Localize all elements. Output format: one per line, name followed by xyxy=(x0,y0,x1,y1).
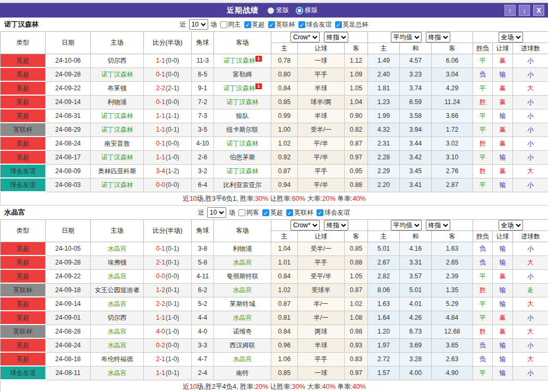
handicap-odds-home: 0.87 xyxy=(271,297,298,311)
avg-odds-draw: 3.58 xyxy=(400,109,432,123)
league-checkbox[interactable]: ✓英足总杯 xyxy=(335,20,369,29)
avg-odds-home: 1.81 xyxy=(368,81,400,95)
table-row: 英超24-08-31诺丁汉森林1-1(1-1)7-3狼队0.99半球0.901.… xyxy=(1,109,548,123)
result-outcome: 负 xyxy=(473,255,493,269)
period-select[interactable]: 全场 xyxy=(499,32,523,42)
column-header: 日期 xyxy=(46,32,91,54)
team-label: 女王公园巡游者 xyxy=(95,286,140,294)
match-date: 24-08-17 xyxy=(46,150,91,164)
result-outcome: 平 xyxy=(473,366,493,380)
match-type-badge: 英超 xyxy=(1,81,46,95)
checked-checkbox-icon[interactable]: ✓ xyxy=(262,209,269,216)
layout-option-horizontal[interactable]: 横版 xyxy=(296,6,318,15)
red-card-badge: 1 xyxy=(255,83,261,89)
avg-odds-home: 8.06 xyxy=(368,283,400,297)
final-odds-select[interactable]: 终指 xyxy=(324,220,348,231)
handicap-line: 一球 xyxy=(298,54,345,68)
unchecked-checkbox-icon[interactable] xyxy=(238,209,245,216)
bookmaker-select[interactable]: Crow* xyxy=(290,32,320,42)
halftime-score: (0-1) xyxy=(166,300,179,308)
league-checkbox[interactable]: ✓英超 xyxy=(244,20,265,29)
page: 近期战绩 竖版 横版 ↑ ↓ X 诺丁汉森林近10场同主✓英超✓英联杯✓球会友谊… xyxy=(0,0,548,392)
radio-unselected-icon[interactable] xyxy=(296,7,303,14)
radio-selected-icon[interactable] xyxy=(268,7,274,14)
score: 2-1(0-1) xyxy=(144,255,192,269)
match-type-badge: 英超 xyxy=(1,297,46,311)
score: 1-1(1-0) xyxy=(144,150,192,164)
sub-column-header: 和 xyxy=(400,43,432,54)
league-checkbox[interactable]: ✓英超 xyxy=(262,208,283,217)
team-label: 诺丁汉森林 xyxy=(227,167,259,175)
handicap-odds-away: 0.98 xyxy=(345,325,368,338)
home-team: 诺丁汉森林 xyxy=(91,67,144,81)
summary-segment: 大率: xyxy=(305,195,322,202)
column-header: 比分(半场) xyxy=(144,32,192,54)
match-count-select[interactable]: 10 xyxy=(189,19,208,30)
match-date: 24-10-05 xyxy=(46,242,91,256)
unchecked-checkbox-icon[interactable] xyxy=(220,21,227,28)
handicap-odds-away: 1.04 xyxy=(345,95,368,109)
bookmaker-select[interactable]: Crow* xyxy=(290,220,320,231)
result-goals: 小 xyxy=(513,338,548,352)
checked-checkbox-icon[interactable]: ✓ xyxy=(298,21,305,28)
close-button[interactable]: X xyxy=(533,5,544,16)
checkbox-label: 英联杯 xyxy=(294,208,313,217)
fulltime-score: 1-2 xyxy=(156,286,165,294)
handicap-odds-away: 0.97 xyxy=(345,366,368,380)
match-date: 24-08-24 xyxy=(46,338,91,352)
home-team: 埃弗顿 xyxy=(91,255,144,269)
result-goals: 小 xyxy=(513,311,548,325)
league-checkbox[interactable]: ✓球会友谊 xyxy=(316,208,350,217)
period-select[interactable]: 全场 xyxy=(499,220,523,231)
corner-score: 3-3 xyxy=(192,338,214,352)
league-checkbox[interactable]: ✓球会友谊 xyxy=(298,20,332,29)
final-odds-select[interactable]: 终指 xyxy=(426,32,450,42)
same-side-checkbox[interactable]: 同客 xyxy=(238,208,259,217)
table-row: 英超24-08-24南安普敦0-1(0-0)4-10诺丁汉森林1.02平/半0.… xyxy=(1,137,548,150)
result-outcome: 平 xyxy=(473,178,493,192)
score: 1-1(0-0) xyxy=(144,54,192,68)
match-count-select[interactable]: 10 xyxy=(207,207,226,218)
score: 4-0(1-0) xyxy=(144,325,192,338)
fulltime-score: 0-0 xyxy=(156,272,165,280)
halftime-score: (0-1) xyxy=(166,259,179,266)
scroll-up-button[interactable]: ↑ xyxy=(504,5,516,16)
corner-score: 5-2 xyxy=(192,297,214,311)
table-row: 英联杯24-08-29诺丁汉森林1-1(0-1)3-5纽卡斯尔联1.00受半/一… xyxy=(1,123,548,137)
avg-odds-draw: 3.57 xyxy=(400,269,432,283)
checked-checkbox-icon[interactable]: ✓ xyxy=(244,21,251,28)
avg-odds-draw: 3.28 xyxy=(400,352,432,366)
handicap-line: 平/半 xyxy=(298,178,345,192)
final-odds-select[interactable]: 终指 xyxy=(324,32,348,42)
final-odds-select[interactable]: 终指 xyxy=(426,220,450,231)
league-checkbox[interactable]: ✓英联杯 xyxy=(268,20,295,29)
team-label: 切尔西 xyxy=(108,314,127,321)
match-date: 24-08-28 xyxy=(46,325,91,338)
summary-segment: 20% xyxy=(255,383,268,390)
checked-checkbox-icon[interactable]: ✓ xyxy=(286,209,293,216)
fulltime-score: 2-2 xyxy=(156,300,165,308)
match-date: 24-09-22 xyxy=(46,269,91,283)
checked-checkbox-icon[interactable]: ✓ xyxy=(316,209,323,216)
handicap-odds-away: 0.87 xyxy=(345,283,368,297)
avg-odds-home: 1.57 xyxy=(368,366,400,380)
average-select[interactable]: 平均值 xyxy=(391,220,422,231)
corner-score: 11-3 xyxy=(192,54,214,68)
checked-checkbox-icon[interactable]: ✓ xyxy=(335,21,342,28)
checkbox-label: 球会友谊 xyxy=(306,20,332,29)
handicap-line: 平/半 xyxy=(298,150,345,164)
away-team: 富勒姆 xyxy=(214,67,271,81)
checked-checkbox-icon[interactable]: ✓ xyxy=(268,21,275,28)
scroll-down-button[interactable]: ↓ xyxy=(519,5,530,16)
corner-score: 7-2 xyxy=(192,95,214,109)
league-checkbox[interactable]: ✓英联杯 xyxy=(286,208,313,217)
same-side-checkbox[interactable]: 同主 xyxy=(220,20,241,29)
match-type-badge: 球会友谊 xyxy=(1,178,46,192)
sub-column-header: 让球 xyxy=(298,43,345,54)
match-type-badge: 英联杯 xyxy=(1,123,46,137)
layout-option-vertical[interactable]: 竖版 xyxy=(268,6,289,15)
avg-odds-draw: 6.73 xyxy=(400,325,432,338)
avg-odds-draw: 3.41 xyxy=(400,178,432,192)
match-type-badge: 英超 xyxy=(1,311,46,325)
average-select[interactable]: 平均值 xyxy=(391,32,422,42)
